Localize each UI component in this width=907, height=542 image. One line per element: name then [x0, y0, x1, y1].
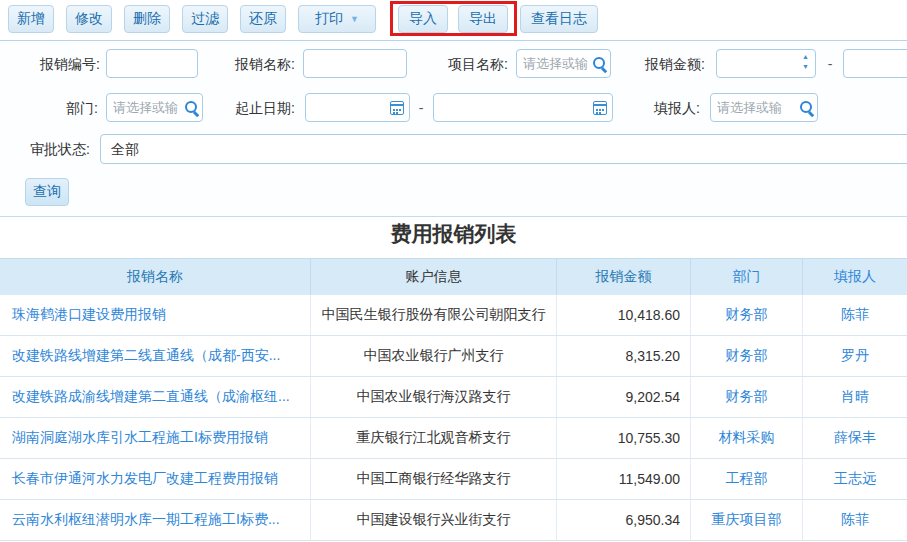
restore-button[interactable]: 还原 [240, 5, 286, 33]
amount-range-separator: - [824, 49, 836, 79]
amount-label: 报销金额: [618, 49, 705, 79]
reimb-name-label: 报销名称: [205, 49, 295, 79]
print-button[interactable]: 打印 ▼ [298, 5, 376, 33]
page-title: 费用报销列表 [0, 220, 907, 248]
cell-reporter-link[interactable]: 罗丹 [802, 336, 907, 376]
table-row[interactable]: 改建铁路线增建第二线直通线（成都-西安... 中国农业银行广州支行 8,315.… [0, 336, 907, 377]
delete-button[interactable]: 删除 [124, 5, 170, 33]
date-end-input[interactable] [433, 93, 613, 122]
expense-table: 报销名称 账户信息 报销金额 部门 填报人 珠海鹤港口建设费用报销 中国民生银行… [0, 258, 907, 541]
cell-dept-link[interactable]: 财务部 [690, 295, 802, 335]
amount-spinner[interactable]: ▲ ▼ [802, 52, 809, 72]
cell-dept-link[interactable]: 材料采购 [690, 418, 802, 458]
cell-account: 中国民生银行股份有限公司朝阳支行 [310, 295, 556, 335]
amount-max-input[interactable] [843, 49, 907, 78]
table-row[interactable]: 湖南洞庭湖水库引水工程施工I标费用报销 重庆银行江北观音桥支行 10,755.3… [0, 418, 907, 459]
spinner-down-icon[interactable]: ▼ [802, 62, 809, 72]
cell-dept-link[interactable]: 财务部 [690, 377, 802, 417]
search-icon[interactable] [798, 99, 815, 116]
reimb-no-label: 报销编号: [0, 49, 100, 79]
cell-amount: 9,202.54 [556, 377, 690, 417]
table-row[interactable]: 珠海鹤港口建设费用报销 中国民生银行股份有限公司朝阳支行 10,418.60 财… [0, 295, 907, 336]
modify-button[interactable]: 修改 [66, 5, 112, 33]
cell-amount: 6,950.34 [556, 500, 690, 540]
caret-down-icon: ▼ [350, 14, 359, 24]
cell-account: 中国工商银行经华路支行 [310, 459, 556, 499]
calendar-icon[interactable] [390, 101, 404, 115]
cell-account: 中国农业银行广州支行 [310, 336, 556, 376]
approval-status-label: 审批状态: [0, 134, 90, 164]
view-log-button[interactable]: 查看日志 [520, 5, 598, 33]
filter-button[interactable]: 过滤 [182, 5, 228, 33]
reporter-label: 填报人: [623, 93, 700, 123]
cell-reporter-link[interactable]: 薛保丰 [802, 418, 907, 458]
cell-name-link[interactable]: 湖南洞庭湖水库引水工程施工I标费用报销 [0, 418, 310, 458]
reimb-name-input[interactable] [303, 49, 407, 78]
header-dept: 部门 [690, 259, 802, 295]
cell-amount: 10,755.30 [556, 418, 690, 458]
cell-name-link[interactable]: 珠海鹤港口建设费用报销 [0, 295, 310, 335]
search-icon[interactable] [183, 99, 200, 116]
table-row[interactable]: 云南水利枢纽潜明水库一期工程施工I标费... 中国建设银行兴业街支行 6,950… [0, 500, 907, 541]
cell-reporter-link[interactable]: 王志远 [802, 459, 907, 499]
cell-dept-link[interactable]: 工程部 [690, 459, 802, 499]
cell-name-link[interactable]: 改建铁路成渝线增建第二直通线（成渝枢纽... [0, 377, 310, 417]
date-range-label: 起止日期: [208, 93, 295, 123]
cell-amount: 11,549.00 [556, 459, 690, 499]
header-amount: 报销金额 [556, 259, 690, 295]
reimb-no-input[interactable] [106, 49, 198, 78]
cell-name-link[interactable]: 长春市伊通河水力发电厂改建工程费用报销 [0, 459, 310, 499]
table-row[interactable]: 改建铁路成渝线增建第二直通线（成渝枢纽... 中国农业银行海汉路支行 9,202… [0, 377, 907, 418]
dept-label: 部门: [0, 93, 98, 123]
calendar-icon[interactable] [593, 101, 607, 115]
cell-reporter-link[interactable]: 肖晴 [802, 377, 907, 417]
cell-account: 中国农业银行海汉路支行 [310, 377, 556, 417]
cell-name-link[interactable]: 改建铁路线增建第二线直通线（成都-西安... [0, 336, 310, 376]
cell-reporter-link[interactable]: 陈菲 [802, 500, 907, 540]
import-button[interactable]: 导入 [398, 5, 448, 33]
toolbar: 新增 修改 删除 过滤 还原 打印 ▼ 导入 导出 查看日志 [0, 0, 907, 40]
header-account: 账户信息 [310, 259, 556, 295]
filter-panel: 报销编号: 报销名称: 项目名称: 报销金额: ▲ ▼ - 部门: 起止日期: … [0, 40, 907, 217]
header-name: 报销名称 [0, 259, 310, 295]
cell-dept-link[interactable]: 重庆项目部 [690, 500, 802, 540]
project-name-label: 项目名称: [420, 49, 508, 79]
add-button[interactable]: 新增 [8, 5, 54, 33]
cell-account: 中国建设银行兴业街支行 [310, 500, 556, 540]
table-header-row: 报销名称 账户信息 报销金额 部门 填报人 [0, 258, 907, 295]
table-row[interactable]: 长春市伊通河水力发电厂改建工程费用报销 中国工商银行经华路支行 11,549.0… [0, 459, 907, 500]
print-button-label: 打印 [315, 10, 343, 28]
export-button[interactable]: 导出 [458, 5, 508, 33]
approval-status-select[interactable]: 全部 [100, 134, 907, 164]
search-icon[interactable] [591, 55, 608, 72]
spinner-up-icon[interactable]: ▲ [802, 52, 809, 62]
cell-amount: 10,418.60 [556, 295, 690, 335]
cell-reporter-link[interactable]: 陈菲 [802, 295, 907, 335]
date-range-separator: - [415, 93, 427, 123]
header-reporter: 填报人 [802, 259, 907, 295]
amount-min-input[interactable] [716, 49, 816, 78]
cell-amount: 8,315.20 [556, 336, 690, 376]
query-button[interactable]: 查询 [25, 178, 69, 206]
cell-name-link[interactable]: 云南水利枢纽潜明水库一期工程施工I标费... [0, 500, 310, 540]
cell-dept-link[interactable]: 财务部 [690, 336, 802, 376]
cell-account: 重庆银行江北观音桥支行 [310, 418, 556, 458]
